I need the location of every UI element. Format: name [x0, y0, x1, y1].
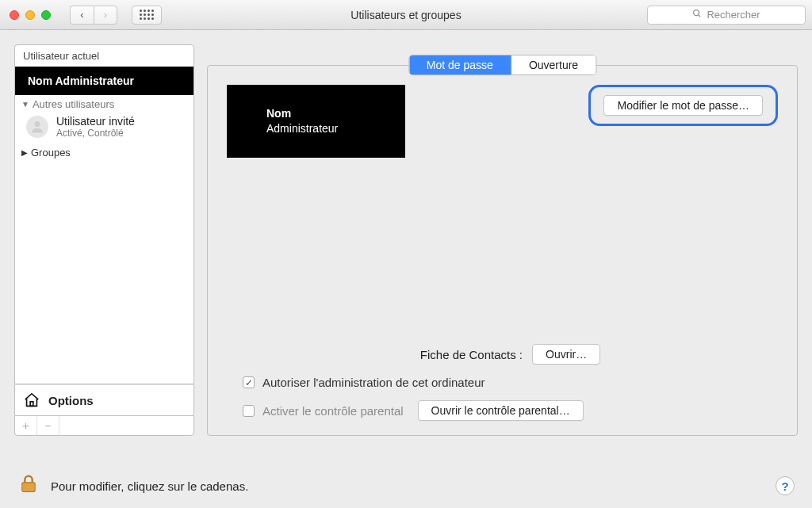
svg-line-1 [699, 15, 701, 17]
change-password-highlight: Modifier le mot de passe… [588, 85, 778, 126]
window-controls [10, 10, 51, 20]
other-users-label: Autres utilisateurs [33, 98, 114, 110]
contacts-card-label: Fiche de Contacts : [420, 348, 523, 361]
svg-point-2 [35, 121, 40, 127]
chevron-left-icon: ‹ [80, 9, 83, 21]
chevron-right-icon: › [104, 9, 107, 21]
enable-parental-label: Activer le contrôle parental [262, 404, 404, 418]
users-list: Utilisateur actuel Nom Administrateur ▼ … [14, 44, 194, 384]
help-button[interactable]: ? [776, 476, 795, 495]
grid-icon [140, 10, 154, 20]
user-detail-panel: Mot de passe Ouverture Nom Administrateu… [207, 65, 798, 436]
enable-parental-checkbox[interactable]: ✓ [243, 405, 255, 417]
remove-user-button[interactable]: － [37, 416, 59, 435]
allow-admin-row: ✓ Autoriser l'administration de cet ordi… [243, 376, 485, 389]
profile-line1: Nom [266, 106, 338, 121]
back-button[interactable]: ‹ [70, 6, 94, 25]
profile-header-row: Nom Administrateur Modifier le mot de pa… [227, 85, 778, 158]
enable-parental-row: ✓ Activer le contrôle parental Ouvrir le… [243, 400, 584, 421]
other-users-section-header[interactable]: ▼ Autres utilisateurs [15, 95, 193, 113]
search-placeholder: Rechercher [707, 9, 760, 21]
disclosure-triangle-down-icon: ▼ [21, 100, 29, 109]
disclosure-triangle-right-icon: ▶ [21, 148, 28, 157]
account-options-block: Fiche de Contacts : Ouvrir… ✓ Autoriser … [227, 344, 778, 421]
forward-button[interactable]: › [94, 6, 117, 25]
titlebar: ‹ › Utilisateurs et groupes Rechercher [0, 0, 812, 30]
panel-body: Nom Administrateur Modifier le mot de pa… [208, 66, 797, 435]
lock-icon[interactable] [17, 472, 40, 500]
zoom-window-button[interactable] [41, 10, 51, 20]
add-user-button[interactable]: ＋ [15, 416, 37, 435]
minimize-window-button[interactable] [25, 10, 35, 20]
lock-footer: Pour modifier, cliquez sur le cadenas. ? [0, 464, 812, 508]
tab-segmented-control: Mot de passe Ouverture [408, 55, 596, 75]
contacts-card-row: Fiche de Contacts : Ouvrir… [420, 344, 600, 365]
tab-login-items[interactable]: Ouverture [511, 55, 596, 74]
tab-password[interactable]: Mot de passe [409, 55, 511, 74]
user-avatar-tile[interactable]: Nom Administrateur [227, 85, 405, 158]
open-parental-controls-button[interactable]: Ouvrir le contrôle parental… [418, 400, 584, 421]
login-options-label: Options [48, 394, 94, 407]
groups-label: Groupes [31, 147, 71, 159]
close-window-button[interactable] [10, 10, 19, 20]
allow-admin-checkbox[interactable]: ✓ [243, 376, 255, 388]
change-password-button[interactable]: Modifier le mot de passe… [603, 95, 763, 116]
main-area: Utilisateur actuel Nom Administrateur ▼ … [0, 30, 812, 450]
open-contacts-button[interactable]: Ouvrir… [532, 344, 600, 365]
users-sidebar: Utilisateur actuel Nom Administrateur ▼ … [14, 44, 194, 436]
svg-point-0 [694, 10, 699, 16]
add-remove-bar: ＋ － [14, 415, 194, 436]
profile-line2: Administrateur [266, 121, 338, 136]
sidebar-item-current-user[interactable]: Nom Administrateur [15, 67, 193, 95]
sidebar-item-guest-user[interactable]: Utilisateur invité Activé, Contrôlé [15, 113, 193, 142]
allow-admin-label: Autoriser l'administration de cet ordina… [262, 376, 485, 389]
avatar-icon [26, 116, 48, 138]
groups-section-header[interactable]: ▶ Groupes [15, 142, 193, 163]
guest-user-name: Utilisateur invité [56, 115, 135, 128]
lock-hint-text: Pour modifier, cliquez sur le cadenas. [51, 479, 248, 493]
current-user-section-label: Utilisateur actuel [15, 45, 193, 67]
show-all-prefs-button[interactable] [132, 6, 162, 25]
svg-rect-3 [30, 402, 33, 406]
search-icon [692, 9, 702, 21]
home-icon [23, 392, 40, 409]
search-input[interactable]: Rechercher [647, 6, 806, 25]
nav-group: ‹ › [70, 6, 117, 25]
guest-user-status: Activé, Contrôlé [56, 128, 135, 139]
login-options-row[interactable]: Options [14, 384, 194, 415]
